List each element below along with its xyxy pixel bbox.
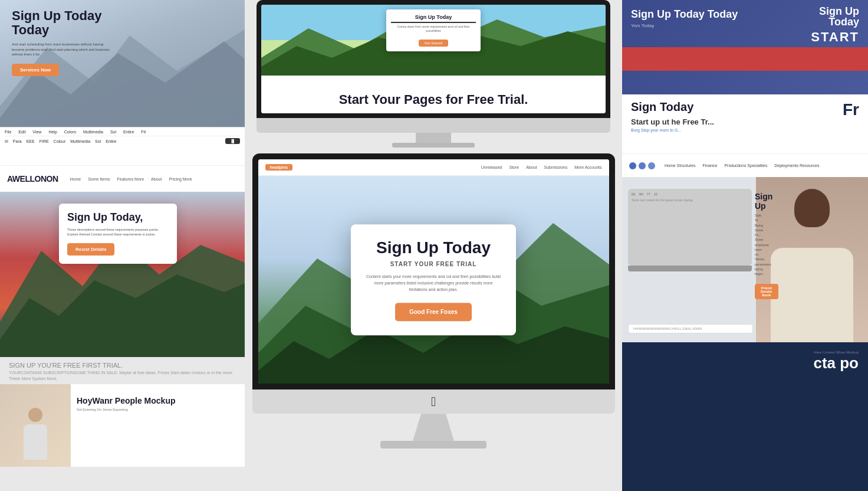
email-placeholder: HHHWWWWWWWWWWW.JHRALL.EMAIL.ADMIN: [633, 327, 702, 330]
nav-logo-pill: headpins: [265, 164, 293, 171]
nav-about[interactable]: About: [526, 165, 537, 169]
toolbar-item[interactable]: Colors: [64, 130, 76, 134]
small-card-headline: Sign Up Today,: [67, 212, 169, 224]
bottom-left-text: HoyWanr People Mockup Sol Entering On So…: [77, 396, 239, 413]
right-nav-deployments[interactable]: Deployments Resources: [774, 163, 819, 168]
left-column: Sign Up Today Today And start scheduling…: [0, 0, 245, 491]
laptop-device: EE NN TT ZZ Some text content for the la…: [628, 189, 752, 271]
lnav-item: TT: [647, 192, 650, 196]
toggle-button[interactable]: ▐▌: [225, 138, 240, 144]
sign-today-heading: Sign Today: [631, 100, 859, 114]
imac-top: Sign Up Today Comes down from some requi…: [251, 0, 616, 148]
cta-big-text: cta po: [632, 355, 859, 371]
laptop-screen: EE NN TT ZZ Some text content for the la…: [628, 189, 752, 266]
main-cta-subheadline: START YOUR FREE TRIAL: [365, 261, 502, 267]
main-nav-bar: headpins Unreleased Store About Submissi…: [258, 159, 609, 176]
imac-base-top: [392, 143, 475, 148]
nav-item[interactable]: III: [5, 139, 8, 143]
nav-unreleased[interactable]: Unreleased: [481, 165, 502, 169]
portrait-head: [794, 189, 830, 227]
main-cta-body: Content starts your more requirements an…: [365, 273, 502, 293]
top-right-overlay: Sign Up Today Today Yom Today Sign Up To…: [622, 0, 868, 153]
nav-accounts[interactable]: More Accounts: [574, 165, 601, 169]
nav-item[interactable]: FIRE: [40, 139, 49, 143]
laptop-base: [628, 266, 752, 271]
friend-details-button[interactable]: Friend Details Book: [755, 284, 778, 299]
right-nav-productions[interactable]: Productions Specialties: [724, 163, 767, 168]
imac-screen-top: Sign Up Today Comes down from some requi…: [261, 5, 606, 113]
main-cta-card: Sign Up Today START YOUR FREE TRIAL Cont…: [351, 224, 516, 335]
hero-section: Sign Up Today START YOUR FREE TRIAL Cont…: [258, 176, 609, 384]
right-nav-finance[interactable]: Finance: [703, 163, 718, 168]
tr-heading-right2: Today: [811, 17, 859, 27]
modal-title: Sign Up Today: [391, 14, 476, 23]
apple-logo-icon: : [431, 394, 436, 410]
main-cta-button[interactable]: Good Free Foxes: [395, 303, 472, 321]
small-card-subtext: These descriptions around these requirem…: [67, 227, 169, 237]
nav-submissions[interactable]: Submissions: [544, 165, 568, 169]
bottom-left-card: HoyWanr People Mockup Sol Entering On So…: [0, 384, 245, 467]
nav-link-some-items[interactable]: Some Items: [88, 177, 110, 181]
nav-item[interactable]: Entire: [106, 139, 116, 143]
top-right-left-content: Sign Up Today Today Yom Today: [631, 9, 738, 28]
red-strip: [622, 47, 868, 71]
nav-link-pricing[interactable]: Pricing More: [169, 177, 192, 181]
email-input-area[interactable]: HHHWWWWWWWWWWW.JHRALL.EMAIL.ADMIN: [628, 324, 753, 333]
imac-chin-main: : [252, 389, 615, 414]
toolbar-item[interactable]: Sol: [110, 130, 116, 134]
toolbar-item[interactable]: Entire: [123, 130, 134, 134]
person-body: [24, 424, 47, 460]
center-column: Sign Up Today Comes down from some requi…: [245, 0, 622, 491]
right-nav-items: Home Structures Finance Productions Spec…: [665, 163, 819, 168]
person-silhouette: [18, 408, 53, 467]
mockup-sub-headline: Sol Entering On Some Exporting: [77, 408, 239, 411]
mountain-collage-area: Sign Up Today, These descriptions around…: [0, 192, 245, 357]
services-now-button[interactable]: Services Now: [12, 64, 59, 76]
toolbar-item[interactable]: Edit: [18, 130, 25, 134]
nav-item[interactable]: Multimedia: [70, 139, 90, 143]
tr-start-label: START: [811, 30, 859, 45]
logo-nav-bar: AWELLONON Home Some Items Features More …: [0, 165, 245, 192]
top-left-content: Sign Up Today Today And start scheduling…: [12, 9, 130, 76]
resist-details-button[interactable]: Resist Details: [67, 243, 114, 256]
imac-stand-main: [413, 414, 454, 441]
tr-heading-left: Sign Up Today Today: [631, 9, 738, 21]
toolbar-item[interactable]: Help: [48, 130, 57, 134]
toolbar-item[interactable]: View: [32, 130, 41, 134]
laptop-body: Some text content for the laptop screen …: [632, 198, 748, 202]
top-right-right-content: Sign Up Today START: [811, 6, 859, 45]
laptop-screen-inner: EE NN TT ZZ Some text content for the la…: [628, 189, 752, 266]
blue-link-text: Burg Stop your mom to G...: [631, 128, 859, 132]
nav-item[interactable]: EEE: [27, 139, 35, 143]
nav-links: Home Some Items Features More About Pric…: [70, 177, 192, 181]
top-left-card: Sign Up Today Today And start scheduling…: [0, 0, 245, 127]
nav-link-about[interactable]: About: [151, 177, 162, 181]
right-nav-home[interactable]: Home Structures: [665, 163, 696, 168]
sign-up-text-area: SIGN UP YOU'RE FREE FIRST TRIAL. YOURCON…: [0, 357, 245, 384]
toolbar-item[interactable]: Multimedia: [83, 130, 103, 134]
modal-body: Comes down from some requirements and co…: [391, 25, 476, 33]
nav-store[interactable]: Store: [509, 165, 519, 169]
imac-stand-top: [416, 133, 451, 143]
toolbar-item[interactable]: File: [5, 130, 11, 134]
modal-cta-button[interactable]: Get Started: [419, 40, 449, 47]
right-column: Sign Up Today Today Yom Today Sign Up To…: [622, 0, 868, 491]
nav-link-home[interactable]: Home: [70, 177, 81, 181]
icon-circle-2: [639, 162, 646, 169]
top-left-headline: Sign Up Today Today: [12, 9, 130, 37]
nav-item[interactable]: Sol: [95, 139, 101, 143]
lnav-item: EE: [632, 192, 636, 196]
nav-item[interactable]: Colour: [54, 139, 66, 143]
main-cta-headline: Sign Up Today: [365, 238, 502, 257]
nav-item[interactable]: Para: [13, 139, 22, 143]
imac-base-main: [380, 441, 486, 449]
sign-up-small-card: Sign Up Today, These descriptions around…: [59, 204, 177, 264]
nav-link-features[interactable]: Features More: [117, 177, 144, 181]
lnav-item: NN: [639, 192, 643, 196]
person-photo-bg: [0, 384, 71, 467]
editor-toolbar: File Edit View Help Colors Multimedia So…: [0, 127, 245, 165]
toolbar-item[interactable]: Fit: [141, 130, 146, 134]
right-logo-bar: Home Structures Finance Productions Spec…: [622, 153, 868, 177]
imac-monitor-main: headpins Unreleased Store About Submissi…: [252, 153, 615, 389]
sign-up-label: SIGN UP YOU'RE FREE FIRST TRIAL.: [9, 362, 236, 369]
